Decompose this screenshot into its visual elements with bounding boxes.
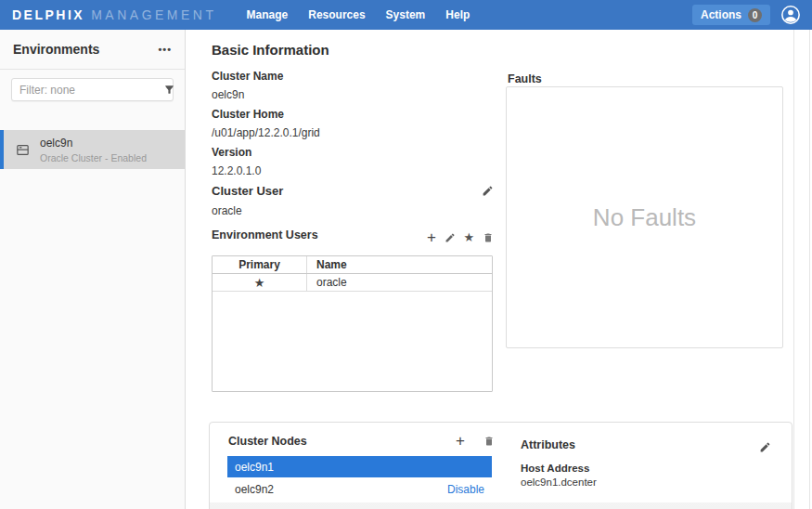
filter-input[interactable] <box>19 84 163 97</box>
filter-icon[interactable] <box>163 84 175 96</box>
delete-node-icon[interactable] <box>483 436 495 447</box>
faults-panel: No Faults <box>506 86 783 348</box>
node-row-oelc9n2[interactable]: oelc9n2 Disable <box>227 478 492 500</box>
scrollbar-track-right-edge[interactable] <box>809 30 810 509</box>
cluster-nodes-title: Cluster Nodes <box>228 435 307 448</box>
edit-user-icon[interactable] <box>445 232 456 243</box>
overflow-menu-icon[interactable]: ••• <box>158 45 172 54</box>
version-value: 12.2.0.1.0 <box>212 164 261 177</box>
version-label: Version <box>212 146 251 159</box>
environment-filter[interactable] <box>11 78 174 101</box>
disable-node-link[interactable]: Disable <box>447 483 484 496</box>
environments-sidebar: Environments ••• oelc9n Oracle Cluster -… <box>0 30 186 509</box>
actions-count-badge: 0 <box>748 8 762 22</box>
attributes-title: Attributes <box>521 438 575 451</box>
main-content: Basic Information Cluster Name oelc9n Cl… <box>187 30 812 509</box>
menu-help[interactable]: Help <box>438 0 477 30</box>
actions-button-label: Actions <box>701 8 741 21</box>
environment-users-toolbar: + ★ <box>427 230 494 245</box>
add-user-icon[interactable]: + <box>427 231 436 244</box>
column-header-name: Name <box>307 256 492 273</box>
user-menu-icon[interactable] <box>780 5 801 25</box>
menu-system[interactable]: System <box>379 0 433 30</box>
main-menu: Manage Resources System Help <box>239 0 483 30</box>
node-name: oelc9n2 <box>235 483 274 496</box>
host-address-value: oelc9n1.dcenter <box>521 476 597 488</box>
no-faults-text: No Faults <box>593 203 696 232</box>
table-header-row: Primary Name <box>213 256 492 274</box>
top-navbar: DELPHIX MANAGEMENT Manage Resources Syst… <box>0 0 812 30</box>
environment-users-title: Environment Users <box>212 228 318 241</box>
navbar-right: Actions 0 <box>692 5 812 25</box>
cluster-nodes-card: Cluster Nodes + oelc9n1 oelc9n2 Disable … <box>209 422 793 509</box>
add-node-icon[interactable]: + <box>456 435 465 448</box>
edit-cluster-user-icon[interactable] <box>482 185 494 197</box>
cluster-name-value: oelc9n <box>212 88 244 101</box>
primary-cell: ★ <box>213 274 307 291</box>
menu-resources[interactable]: Resources <box>301 0 372 30</box>
node-name: oelc9n1 <box>235 461 274 474</box>
cluster-home-label: Cluster Home <box>212 108 284 121</box>
name-cell: oracle <box>307 274 492 291</box>
menu-manage[interactable]: Manage <box>239 0 296 30</box>
cluster-environment-icon <box>15 142 31 158</box>
primary-star-icon: ★ <box>254 276 265 290</box>
table-row[interactable]: ★ oracle <box>213 274 492 292</box>
environment-item-text: oelc9n Oracle Cluster - Enabled <box>40 137 147 163</box>
cluster-user-value: oracle <box>212 204 242 217</box>
card-bottom-shade <box>210 502 792 509</box>
host-address-label: Host Address <box>521 463 589 474</box>
environment-subtitle: Oracle Cluster - Enabled <box>40 152 147 163</box>
environment-users-table: Primary Name ★ oracle <box>212 255 493 392</box>
page-title: Basic Information <box>212 42 329 58</box>
sidebar-item-oelc9n[interactable]: oelc9n Oracle Cluster - Enabled <box>0 130 185 169</box>
logo-primary-text: DELPHIX <box>12 7 84 22</box>
node-row-oelc9n1[interactable]: oelc9n1 <box>227 456 492 477</box>
cluster-node-list: oelc9n1 oelc9n2 Disable <box>227 456 492 501</box>
edit-attributes-icon[interactable] <box>759 441 771 453</box>
actions-button[interactable]: Actions 0 <box>692 5 770 25</box>
set-primary-user-icon[interactable]: ★ <box>464 231 475 244</box>
environment-name: oelc9n <box>40 137 147 150</box>
sidebar-title: Environments <box>13 42 99 57</box>
sidebar-header: Environments ••• <box>0 30 185 70</box>
cluster-nodes-toolbar: + <box>456 434 495 449</box>
cluster-home-value: /u01/app/12.2.0.1/grid <box>212 126 320 139</box>
scrollbar-track-left-edge <box>793 30 794 509</box>
column-header-primary: Primary <box>213 256 307 273</box>
cluster-name-label: Cluster Name <box>212 70 283 83</box>
faults-title: Faults <box>508 72 542 85</box>
cluster-user-label: Cluster User <box>212 184 283 198</box>
logo-secondary-text: MANAGEMENT <box>91 7 216 22</box>
delphix-logo: DELPHIX MANAGEMENT <box>12 7 217 22</box>
delete-user-icon[interactable] <box>483 232 494 243</box>
